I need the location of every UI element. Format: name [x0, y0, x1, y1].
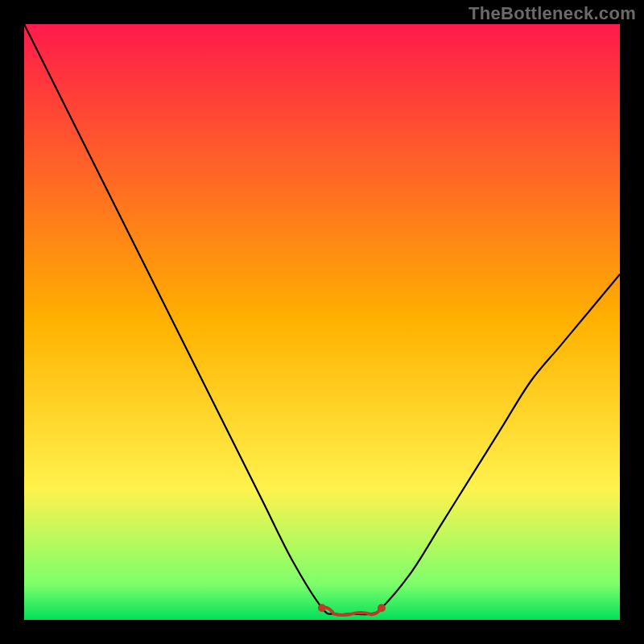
chart-frame: TheBottleneck.com [0, 0, 644, 644]
watermark-label: TheBottleneck.com [469, 3, 636, 24]
chart-background [24, 24, 620, 620]
bottleneck-chart [24, 24, 620, 620]
optimal-band-endpoint [318, 604, 326, 612]
chart-svg [24, 24, 620, 620]
optimal-band-endpoint [378, 604, 386, 612]
